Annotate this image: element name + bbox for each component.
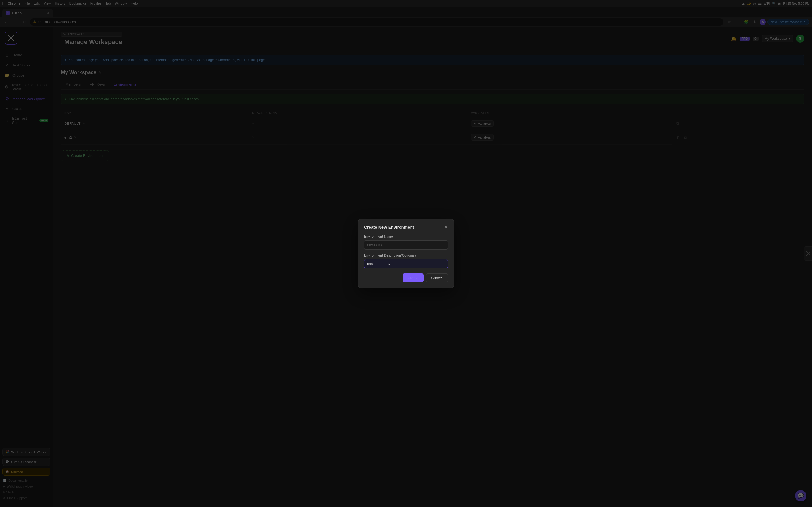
modal-header: Create New Environment ✕ — [364, 225, 406, 230]
modal-title: Create New Environment — [364, 225, 406, 230]
create-env-modal: Create New Environment ✕ Environment Nam… — [358, 219, 406, 253]
env-name-input[interactable] — [364, 240, 406, 249]
env-name-field: Environment Name — [364, 235, 406, 249]
modal-overlay[interactable]: Create New Environment ✕ Environment Nam… — [0, 0, 406, 253]
env-name-label: Environment Name — [364, 235, 406, 238]
